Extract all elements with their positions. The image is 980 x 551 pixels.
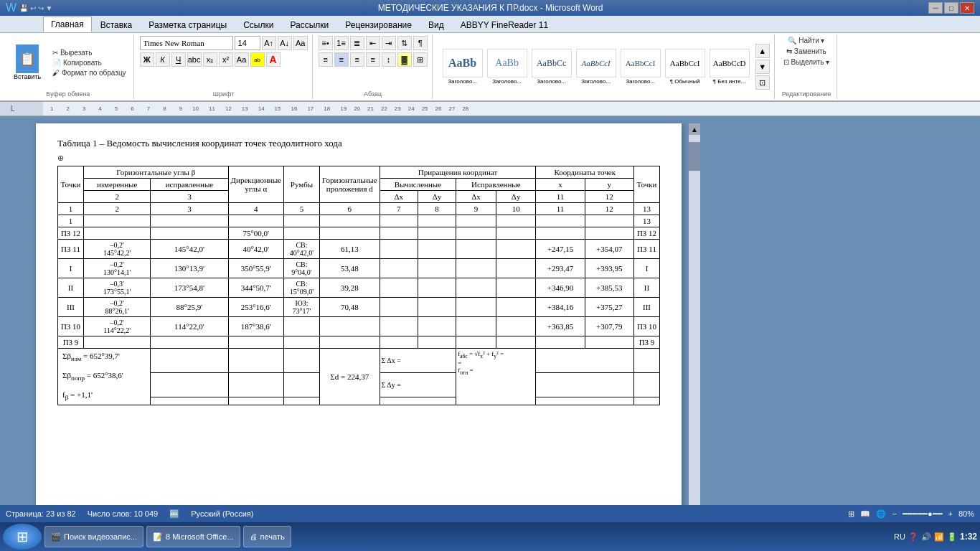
- style-heading3[interactable]: AaBbCc Заголово...: [530, 47, 573, 87]
- cell-point-r-pz11: ПЗ 11: [634, 240, 660, 259]
- cell-dy-calc-iii: [418, 298, 456, 317]
- format-painter-button[interactable]: 🖌 Формат по образцу: [50, 68, 128, 77]
- zoom-in-btn[interactable]: +: [948, 509, 953, 518]
- tab-abbyy[interactable]: ABBYY FineReader 11: [453, 17, 557, 32]
- font-content: A↑ A↓ Aa Ж К Ч abc x₂ x² Аа ab A: [140, 36, 308, 89]
- minimize-button[interactable]: ─: [928, 2, 943, 14]
- italic-button[interactable]: К: [156, 52, 170, 67]
- tab-home[interactable]: Главная: [43, 17, 92, 32]
- styles-more[interactable]: ⊡: [755, 75, 770, 90]
- taskbar-help-icon[interactable]: ❓: [908, 532, 918, 542]
- ruler-n24: 24: [408, 105, 415, 112]
- scroll-up-btn[interactable]: ▲: [689, 123, 700, 135]
- add-table-btn[interactable]: ⊕: [57, 154, 660, 163]
- select-button[interactable]: ⊡ Выделить ▾: [781, 57, 833, 67]
- change-case-button[interactable]: Аа: [235, 52, 249, 67]
- maximize-button[interactable]: □: [944, 2, 958, 14]
- numbering-button[interactable]: 1≡: [334, 36, 349, 50]
- view-web-btn[interactable]: 🌐: [876, 509, 886, 519]
- style-heading4[interactable]: AaBbCcI Заголово...: [575, 47, 618, 87]
- clipboard-small-btns: ✂ Вырезать 📄 Копировать 🖌 Формат по обра…: [50, 48, 128, 77]
- ruler-marker: L: [11, 105, 15, 113]
- multilevel-button[interactable]: ≣: [350, 36, 364, 50]
- decrease-indent-button[interactable]: ⇤: [366, 36, 380, 50]
- shading-button[interactable]: ▓: [397, 52, 412, 67]
- cell-horiz-pz9: [319, 336, 380, 349]
- zoom-slider[interactable]: ━━━━━●━━: [903, 509, 943, 519]
- grow-font-button[interactable]: A↑: [262, 36, 276, 50]
- tab-references[interactable]: Ссылки: [235, 17, 281, 32]
- bold-button[interactable]: Ж: [140, 52, 154, 67]
- cell-x-pz12: [536, 227, 585, 240]
- style-heading1[interactable]: AaBb Заголово...: [441, 47, 484, 87]
- cut-button[interactable]: ✂ Вырезать: [50, 48, 128, 57]
- view-read-btn[interactable]: 📖: [860, 509, 870, 519]
- line-spacing-button[interactable]: ↕: [382, 52, 396, 67]
- cell-point-r-ii: II: [634, 278, 660, 298]
- col-prir-header: Приращения координат: [380, 166, 536, 179]
- subscript-button[interactable]: x₂: [203, 52, 217, 67]
- bullets-button[interactable]: ≡•: [319, 36, 333, 50]
- styles-scroll-down[interactable]: ▼: [755, 60, 770, 74]
- cell-dy-fix-pz10: [496, 317, 536, 336]
- margin-15: 15: [14, 359, 29, 375]
- sort-button[interactable]: ⇅: [397, 36, 412, 50]
- view-layout-btn[interactable]: ⊞: [848, 509, 854, 519]
- style-heading5[interactable]: AaBbCcI Заголово...: [619, 47, 662, 87]
- justify-button[interactable]: ≡: [366, 52, 380, 67]
- tab-review[interactable]: Рецензирование: [337, 17, 420, 32]
- scrollbar-right[interactable]: ▲ ▼: [689, 123, 700, 527]
- cell-meas-i: –0,2'130°14,1': [84, 259, 151, 278]
- copy-button[interactable]: 📄 Копировать: [50, 58, 128, 67]
- taskbar-search[interactable]: 🎬 Поиск видеозапис...: [44, 526, 143, 547]
- superscript-button[interactable]: x²: [219, 52, 233, 67]
- styles-scroll-up[interactable]: ▲: [755, 44, 770, 58]
- col-x-header: x: [536, 179, 585, 191]
- underline-button[interactable]: Ч: [171, 52, 186, 67]
- style-preview-6: AaBbCcI: [665, 49, 705, 77]
- header-row-nums: 1 2 3 4 5 6 7 8 9 10 11 12 13: [58, 203, 660, 215]
- document-area: 1 2 3 4 5 6 7 8 9 10 11 12 13 14 15 16 1…: [0, 116, 980, 534]
- cell-fixed-pz10: 114°22,0': [151, 317, 228, 336]
- taskbar-print[interactable]: 🖨 печать: [243, 526, 291, 547]
- font-color-button[interactable]: A: [266, 52, 281, 67]
- style-no-spacing[interactable]: AaBbCcD ¶ Без инте...: [708, 47, 751, 87]
- status-right: ⊞ 📖 🌐 − ━━━━━●━━ + 80%: [848, 509, 974, 519]
- taskbar-speaker-icon[interactable]: 🔊: [921, 532, 931, 542]
- style-normal[interactable]: AaBbCcI ¶ Обычный: [664, 47, 707, 87]
- close-button[interactable]: ✕: [960, 2, 974, 14]
- zoom-out-btn[interactable]: −: [892, 509, 896, 518]
- show-marks-button[interactable]: ¶: [413, 36, 428, 50]
- font-size-input[interactable]: [235, 36, 260, 50]
- align-left-button[interactable]: ≡: [319, 52, 333, 67]
- taskbar-battery-icon[interactable]: 🔋: [947, 532, 957, 542]
- paste-button[interactable]: 📋 Вставить: [7, 41, 47, 84]
- start-button[interactable]: ⊞: [3, 524, 42, 550]
- cell-fixed-ii: 173°54,8': [151, 278, 228, 298]
- tab-layout[interactable]: Разметка страницы: [141, 17, 235, 32]
- cell-sum-f2-2: [228, 372, 283, 397]
- increase-indent-button[interactable]: ⇥: [382, 36, 396, 50]
- highlight-button[interactable]: ab: [250, 52, 265, 67]
- find-button[interactable]: 🔍 Найти ▾: [785, 36, 827, 45]
- scroll-thumb[interactable]: [689, 142, 700, 171]
- margin-10: 10: [14, 280, 29, 296]
- clear-format-button[interactable]: Aa: [293, 36, 308, 50]
- taskbar-office[interactable]: 📝 8 Microsoft Office...: [146, 526, 240, 547]
- strikethrough-button[interactable]: abc: [187, 52, 202, 67]
- tab-insert[interactable]: Вставка: [93, 17, 141, 32]
- align-right-button[interactable]: ≡: [350, 52, 364, 67]
- align-center-button[interactable]: ≡: [334, 52, 349, 67]
- style-heading2[interactable]: AaBb Заголово...: [486, 47, 529, 87]
- borders-button[interactable]: ⊞: [413, 52, 428, 67]
- ruler-n12: 12: [225, 105, 232, 112]
- ruler-n18: 18: [324, 105, 330, 112]
- shrink-font-button[interactable]: A↓: [278, 36, 292, 50]
- replace-button[interactable]: ⇆ Заменить: [783, 47, 829, 56]
- tab-mailings[interactable]: Рассылки: [282, 17, 336, 32]
- taskbar-network-icon[interactable]: 📶: [934, 532, 944, 542]
- font-name-row: A↑ A↓ Aa: [140, 36, 308, 50]
- font-name-input[interactable]: [140, 36, 233, 50]
- cell-dx-fix-pz12: [456, 227, 496, 240]
- tab-view[interactable]: Вид: [420, 17, 452, 32]
